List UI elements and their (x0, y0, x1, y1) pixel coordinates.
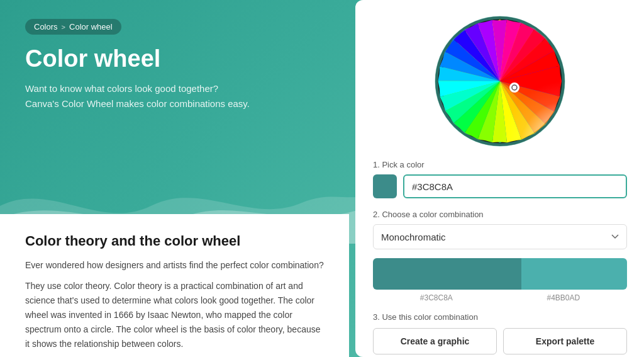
svg-point-7 (510, 83, 519, 92)
step2-label: 2. Choose a color combination (373, 210, 627, 219)
step1-label: 1. Pick a color (373, 160, 627, 169)
palette-hex-1: #3C8C8A (420, 293, 453, 302)
palette-color-1 (373, 258, 521, 290)
action-buttons: Create a graphic Export palette (373, 328, 627, 354)
breadcrumb[interactable]: Colors > Color wheel (25, 19, 121, 35)
palette-labels: #3C8C8A #4BB0AD (373, 293, 627, 302)
palette-color-2 (521, 258, 627, 290)
combination-select[interactable]: Monochromatic Analogous Complementary Sp… (373, 224, 627, 249)
color-swatch[interactable] (373, 174, 397, 198)
color-hex-input[interactable] (403, 174, 627, 198)
page-title: Color wheel (25, 46, 327, 72)
palette-bar (373, 258, 627, 290)
breadcrumb-parent[interactable]: Colors (34, 22, 58, 31)
body-text-1: Ever wondered how designers and artists … (25, 258, 324, 273)
color-theory-title: Color theory and the color wheel (25, 233, 324, 249)
left-content: Colors > Color wheel Color wheel Want to… (0, 0, 352, 130)
palette-hex-2: #4BB0AD (547, 293, 580, 302)
breadcrumb-separator: > (62, 23, 65, 31)
body-text-2: They use color theory. Color theory is a… (25, 279, 324, 351)
color-wheel-svg (434, 15, 566, 147)
breadcrumb-current[interactable]: Color wheel (69, 22, 113, 31)
lower-left-section: Color theory and the color wheel Ever wo… (0, 214, 349, 357)
right-panel: 1. Pick a color 2. Choose a color combin… (355, 0, 644, 357)
step3-label: 3. Use this color combination (373, 312, 627, 322)
color-input-row (373, 174, 627, 198)
create-graphic-button[interactable]: Create a graphic (373, 328, 497, 354)
export-palette-button[interactable]: Export palette (503, 328, 627, 354)
color-wheel[interactable] (434, 15, 566, 147)
page-subtitle: Want to know what colors look good toget… (25, 81, 264, 111)
color-wheel-container (373, 15, 627, 147)
